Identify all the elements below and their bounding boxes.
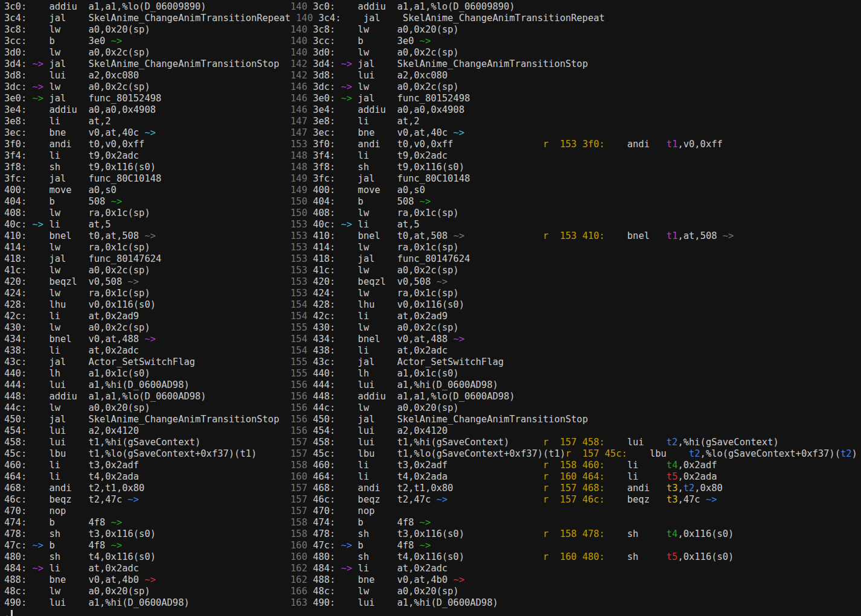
asm-row: 40c: ~> li at,5 153 40c: ~> li at,5 (4, 219, 861, 230)
asm-row: 438: li at,0x2adc 154 438: li at,0x2adc (4, 345, 861, 357)
asm-row: 418: jal func_80147624 153 418: jal func… (4, 253, 861, 265)
asm-row: 3d8: lui a2,0xc080 142 3d8: lui a2,0xc08… (4, 70, 861, 81)
asm-row: 3cc: b 3e0 ~> 140 3cc: b 3e0 ~> (4, 36, 861, 47)
asm-row: 474: b 4f8 ~> 158 474: b 4f8 ~> (4, 517, 861, 529)
asm-row: 3e4: addiu a0,a0,0x4908 146 3e4: addiu a… (4, 104, 861, 116)
asm-row: 484: ~> li at,0x2adc 162 484: ~> li at,0… (4, 563, 861, 574)
asm-row: 454: lui a2,0x4120 156 454: lui a2,0x412… (4, 425, 861, 437)
asm-diff-rows: 3c0: addiu a1,a1,%lo(D_06009890) 140 3c0… (4, 1, 861, 609)
pager-prompt-row: . (4, 609, 861, 616)
asm-row: 3e0: ~> jal func_80152498 146 3e0: ~> ja… (4, 93, 861, 104)
asm-row: 488: bne v0,at,4b0 ~> 162 488: bne v0,at… (4, 574, 861, 586)
asm-row: 470: nop 157 470: nop (4, 506, 861, 517)
asm-row: 460: li t3,0x2adf 158 460: li t3,0x2adf … (4, 460, 861, 471)
asm-row: 3c0: addiu a1,a1,%lo(D_06009890) 140 3c0… (4, 1, 861, 13)
asm-row: 3fc: jal func_80C10148 149 3fc: jal func… (4, 173, 861, 185)
asm-row: 3ec: bne v0,at,40c ~> 147 3ec: bne v0,at… (4, 127, 861, 139)
asm-row: 420: beqzl v0,508 ~> 153 420: beqzl v0,5… (4, 276, 861, 288)
asm-row: 3c8: lw a0,0x20(sp) 140 3c8: lw a0,0x20(… (4, 24, 861, 36)
asm-row: 458: lui t1,%hi(gSaveContext) 157 458: l… (4, 437, 861, 448)
pager-prompt-char: . (4, 609, 10, 616)
asm-row: 3f8: sh t9,0x116(s0) 148 3f8: sh t9,0x11… (4, 162, 861, 173)
asm-row: 3f0: andi t0,v0,0xff 153 3f0: andi t0,v0… (4, 139, 861, 150)
asm-row: 47c: ~> b 4f8 ~> 160 47c: ~> b 4f8 ~> (4, 540, 861, 551)
asm-row: 3c4: jal SkelAnime_ChangeAnimTransitionR… (4, 13, 861, 24)
asm-row: 464: li t4,0x2ada 160 464: li t4,0x2ada … (4, 471, 861, 483)
asm-row: 434: bnel v0,at,488 ~> 154 434: bnel v0,… (4, 334, 861, 345)
asm-diff-terminal[interactable]: 3c0: addiu a1,a1,%lo(D_06009890) 140 3c0… (0, 0, 861, 616)
asm-row: 478: sh t3,0x116(s0) 158 478: sh t3,0x11… (4, 529, 861, 540)
asm-row: 424: lw ra,0x1c(sp) 153 424: lw ra,0x1c(… (4, 288, 861, 299)
asm-row: 43c: jal Actor_SetSwitchFlag 155 43c: ja… (4, 357, 861, 368)
asm-row: 3f4: li t9,0x2adc 148 3f4: li t9,0x2adc (4, 150, 861, 162)
asm-row: 480: sh t4,0x116(s0) 160 480: sh t4,0x11… (4, 551, 861, 563)
asm-row: 450: jal SkelAnime_ChangeAnimTransitionS… (4, 414, 861, 425)
asm-row: 404: b 508 ~> 150 404: b 508 ~> (4, 196, 861, 208)
asm-row: 46c: beqz t2,47c ~> 157 46c: beqz t2,47c… (4, 494, 861, 506)
asm-row: 42c: li at,0x2ad9 154 42c: li at,0x2ad9 (4, 311, 861, 322)
text-cursor (11, 610, 13, 616)
asm-row: 41c: lw a0,0x2c(sp) 153 41c: lw a0,0x2c(… (4, 265, 861, 276)
asm-row: 3d0: lw a0,0x2c(sp) 140 3d0: lw a0,0x2c(… (4, 47, 861, 59)
asm-row: 3dc: ~> lw a0,0x2c(sp) 146 3dc: ~> lw a0… (4, 81, 861, 93)
asm-row: 414: lw ra,0x1c(sp) 153 414: lw ra,0x1c(… (4, 242, 861, 253)
asm-row: 45c: lbu t1,%lo(gSaveContext+0xf37)(t1) … (4, 448, 861, 460)
asm-row: 44c: lw a0,0x20(sp) 156 44c: lw a0,0x20(… (4, 402, 861, 414)
asm-row: 400: move a0,s0 149 400: move a0,s0 (4, 185, 861, 196)
asm-row: 408: lw ra,0x1c(sp) 150 408: lw ra,0x1c(… (4, 208, 861, 219)
asm-row: 3d4: ~> jal SkelAnime_ChangeAnimTransiti… (4, 59, 861, 70)
asm-row: 428: lhu v0,0x116(s0) 154 428: lhu v0,0x… (4, 299, 861, 311)
asm-row: 3e8: li at,2 147 3e8: li at,2 (4, 116, 861, 127)
asm-row: 48c: lw a0,0x20(sp) 166 48c: lw a0,0x20(… (4, 586, 861, 597)
asm-row: 448: addiu a1,a1,%lo(D_0600AD98) 156 448… (4, 391, 861, 402)
asm-row: 410: bnel t0,at,508 ~> 153 410: bnel t0,… (4, 230, 861, 242)
asm-row: 490: lui a1,%hi(D_0600AD98) 163 490: lui… (4, 597, 861, 609)
asm-row: 444: lui a1,%hi(D_0600AD98) 156 444: lui… (4, 379, 861, 391)
asm-row: 468: andi t2,t1,0x80 157 468: andi t2,t1… (4, 483, 861, 494)
asm-row: 430: lw a0,0x2c(sp) 155 430: lw a0,0x2c(… (4, 322, 861, 334)
asm-row: 440: lh a1,0x1c(s0) 155 440: lh a1,0x1c(… (4, 368, 861, 379)
